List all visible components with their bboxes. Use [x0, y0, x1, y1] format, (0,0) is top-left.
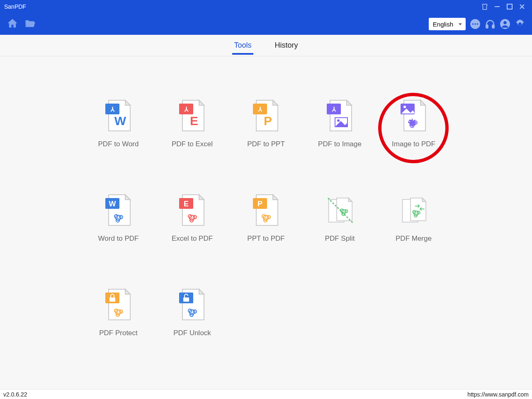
svg-text:⅄: ⅄ — [331, 106, 336, 113]
skin-icon[interactable] — [479, 1, 491, 12]
svg-point-9 — [503, 21, 507, 24]
image-to-pdf-icon — [398, 98, 430, 133]
tool-label: PDF Merge — [396, 235, 432, 243]
chevron-down-icon — [458, 21, 462, 28]
svg-rect-6 — [486, 25, 488, 28]
svg-text:W: W — [114, 114, 126, 128]
pdf-unlock-icon — [177, 287, 208, 322]
tool-pdf-to-image[interactable]: ⅄ PDF to Image — [303, 98, 377, 148]
tool-label: PPT to PDF — [247, 235, 284, 243]
svg-rect-1 — [507, 4, 512, 9]
excel-to-pdf-icon: E — [177, 192, 208, 228]
tool-excel-to-pdf[interactable]: E Excel to PDF — [155, 192, 229, 243]
pdf-merge-icon — [398, 192, 430, 228]
tool-label: PDF Unlock — [173, 329, 211, 337]
tab-history[interactable]: History — [273, 36, 300, 55]
status-bar: v2.0.6.22 https://www.sanpdf.com — [0, 389, 532, 399]
account-icon[interactable] — [500, 19, 510, 29]
svg-rect-60 — [183, 297, 189, 302]
pdf-split-icon — [324, 192, 356, 228]
tool-label: PDF to Excel — [172, 140, 213, 148]
tool-pdf-unlock[interactable]: PDF Unlock — [155, 287, 229, 337]
workspace: ⅄ W PDF to Word ⅄ E PDF to Excel — [0, 56, 532, 389]
tool-label: PDF Protect — [99, 329, 138, 337]
tab-label: Tools — [234, 41, 251, 49]
svg-rect-0 — [495, 6, 500, 7]
tool-label: Word to PDF — [98, 235, 139, 243]
feedback-icon[interactable] — [470, 19, 481, 29]
headset-icon[interactable] — [485, 19, 496, 29]
tool-ppt-to-pdf[interactable]: P PPT to PDF — [229, 192, 303, 243]
tool-image-to-pdf[interactable]: Image to PDF — [377, 98, 451, 148]
tool-pdf-to-excel[interactable]: ⅄ E PDF to Excel — [155, 98, 229, 148]
version-label: v2.0.6.22 — [3, 391, 27, 398]
tool-label: Image to PDF — [392, 140, 435, 148]
svg-text:P: P — [257, 200, 262, 208]
pdf-to-word-icon: ⅄ W — [103, 98, 134, 133]
close-button[interactable] — [516, 1, 528, 12]
tabs-bar: Tools History — [0, 35, 532, 56]
svg-point-5 — [477, 23, 478, 24]
svg-point-4 — [474, 23, 476, 24]
svg-text:E: E — [183, 200, 188, 208]
svg-rect-55 — [109, 297, 115, 302]
tool-pdf-to-word[interactable]: ⅄ W PDF to Word — [82, 98, 155, 148]
language-label: English — [433, 21, 453, 28]
svg-point-12 — [518, 22, 522, 26]
tool-label: PDF Split — [325, 235, 355, 243]
tab-tools[interactable]: Tools — [232, 36, 253, 55]
tool-pdf-merge[interactable]: PDF Merge — [377, 192, 451, 243]
titlebar: SanPDF — [0, 0, 532, 13]
tool-pdf-to-ppt[interactable]: ⅄ P PDF to PPT — [229, 98, 303, 148]
home-icon[interactable] — [7, 17, 18, 29]
tool-label: PDF to PPT — [247, 140, 285, 148]
tab-label: History — [275, 41, 298, 49]
tool-label: PDF to Word — [98, 140, 139, 148]
pdf-to-image-icon: ⅄ — [324, 98, 356, 133]
website-link[interactable]: https://www.sanpdf.com — [467, 391, 529, 398]
ppt-to-pdf-icon: P — [250, 192, 282, 228]
svg-point-3 — [472, 23, 474, 24]
pdf-protect-icon — [103, 287, 134, 322]
svg-point-27 — [403, 106, 406, 108]
svg-text:⅄: ⅄ — [110, 106, 114, 113]
tool-word-to-pdf[interactable]: W Word to PDF — [82, 192, 155, 243]
tools-grid: ⅄ W PDF to Word ⅄ E PDF to Excel — [0, 98, 532, 337]
tool-label: Excel to PDF — [172, 235, 213, 243]
app-title: SanPDF — [4, 3, 26, 10]
folder-open-icon[interactable] — [24, 17, 36, 29]
svg-text:⅄: ⅄ — [257, 106, 262, 113]
language-select[interactable]: English — [429, 18, 466, 30]
pdf-to-excel-icon: ⅄ E — [177, 98, 208, 133]
maximize-button[interactable] — [504, 1, 515, 12]
svg-text:⅄: ⅄ — [184, 106, 188, 113]
svg-text:W: W — [109, 200, 116, 208]
svg-text:P: P — [263, 114, 272, 128]
toolbar: English — [0, 13, 532, 35]
gear-icon[interactable] — [515, 19, 525, 29]
tool-label: PDF to Image — [318, 140, 362, 148]
svg-text:E: E — [189, 114, 198, 128]
svg-point-25 — [337, 119, 340, 122]
tool-pdf-protect[interactable]: PDF Protect — [82, 287, 155, 337]
tool-pdf-split[interactable]: PDF Split — [303, 192, 377, 243]
svg-rect-7 — [492, 25, 494, 28]
pdf-to-ppt-icon: ⅄ P — [250, 98, 282, 133]
minimize-button[interactable] — [491, 1, 503, 12]
word-to-pdf-icon: W — [103, 192, 134, 228]
